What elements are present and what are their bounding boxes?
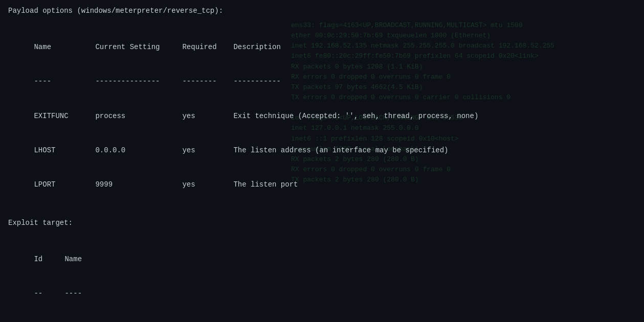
sep-current-setting: --------------- xyxy=(95,76,182,87)
table-row-exitfunc: EXITFUNCprocessyesExit technique (Accept… xyxy=(8,99,636,133)
exitfunc-value: process xyxy=(95,110,182,122)
col-description: Description xyxy=(233,43,280,51)
et-sep-id: -- xyxy=(34,288,64,299)
exploit-target-row-0: 0Wildcard Target xyxy=(8,311,636,322)
col-name: Name xyxy=(34,41,95,53)
exitfunc-name: EXITFUNC xyxy=(34,110,95,122)
main-content: Payload options (windows/meterpreter/rev… xyxy=(8,5,636,322)
col-current-setting: Current Setting xyxy=(95,41,182,53)
terminal: ens33: flags=4163<UP,BROADCAST,RUNNING,M… xyxy=(0,0,644,322)
table-row-lhost: LHOST0.0.0.0yesThe listen address (an in… xyxy=(8,133,636,167)
exploit-target-columns: IdName xyxy=(8,242,636,277)
exploit-target-separators: ------ xyxy=(8,277,636,311)
lport-required: yes xyxy=(182,179,233,190)
lhost-required: yes xyxy=(182,145,233,156)
et-sep-name: ---- xyxy=(64,289,82,297)
sep-required: -------- xyxy=(182,76,233,87)
table-separators: -------------------------------------- xyxy=(8,64,636,99)
exitfunc-required: yes xyxy=(182,110,233,122)
et-col-id: Id xyxy=(34,254,64,265)
table-row-lport: LPORT9999yesThe listen port xyxy=(8,167,636,201)
payload-options-header: Payload options (windows/meterpreter/rev… xyxy=(8,5,636,16)
et-col-name: Name xyxy=(64,255,82,263)
lport-value: 9999 xyxy=(95,179,182,190)
lport-description: The listen port xyxy=(233,180,298,189)
lhost-value: 0.0.0.0 xyxy=(95,145,182,156)
sep-description: ----------- xyxy=(233,77,280,85)
exitfunc-description: Exit technique (Accepted: '', seh, threa… xyxy=(233,112,478,120)
lport-name: LPORT xyxy=(34,179,95,190)
exploit-target-header: Exploit target: xyxy=(8,217,636,228)
lhost-description: The listen address (an interface may be … xyxy=(233,146,448,154)
col-required: Required xyxy=(182,41,233,53)
sep-name: ---- xyxy=(34,76,95,87)
table-columns: NameCurrent SettingRequiredDescription xyxy=(8,30,636,64)
lhost-name: LHOST xyxy=(34,145,95,156)
